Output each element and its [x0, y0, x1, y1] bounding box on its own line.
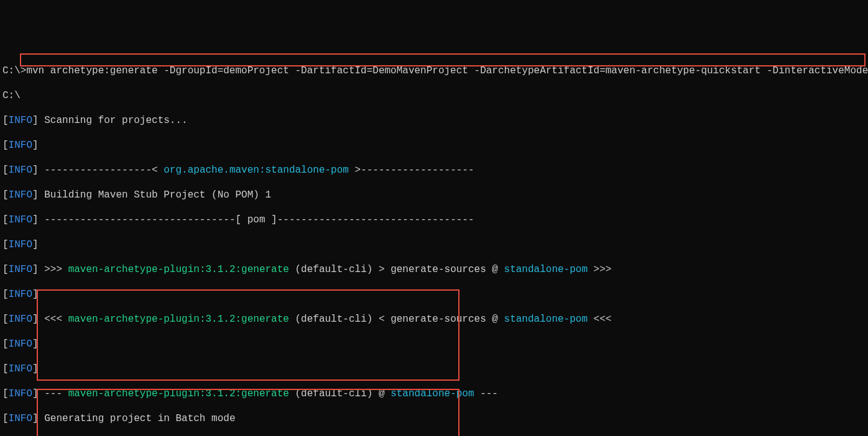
info-tag: INFO — [9, 239, 32, 250]
prompt: C:\> — [2, 65, 26, 76]
info-tag: INFO — [9, 165, 32, 176]
building-text: Building Maven Stub Project (No POM) 1 — [39, 189, 271, 201]
info-tag: INFO — [9, 214, 32, 225]
info-tag: INFO — [9, 413, 32, 424]
info-tag: INFO — [9, 115, 32, 126]
plugin-name: maven-archetype-plugin:3.1.2:generate — [68, 264, 289, 275]
standalone-pom: standalone-pom — [390, 388, 474, 399]
info-tag: INFO — [9, 388, 32, 399]
info-tag: INFO — [9, 338, 32, 350]
bracket: [ — [2, 115, 9, 126]
standalone-pom: standalone-pom — [504, 314, 588, 325]
info-tag: INFO — [9, 264, 32, 275]
info-tag: INFO — [9, 363, 32, 375]
pom-dashes: --------------------------------[ pom ]-… — [39, 214, 474, 225]
standalone-pom: standalone-pom — [504, 264, 588, 275]
terminal-output[interactable]: C:\>mvn archetype:generate -DgroupId=dem… — [2, 52, 866, 436]
standalone-pom-id: org.apache.maven:standalone-pom — [164, 165, 349, 176]
plugin-name: maven-archetype-plugin:3.1.2:generate — [68, 388, 289, 399]
mvn-command: mvn archetype:generate -DgroupId=demoPro… — [26, 65, 868, 76]
scanning-text: Scanning for projects... — [39, 115, 188, 126]
generating-text: Generating project in Batch mode — [39, 413, 236, 424]
plugin-name: maven-archetype-plugin:3.1.2:generate — [68, 314, 289, 325]
info-tag: INFO — [9, 289, 32, 300]
info-tag: INFO — [9, 314, 32, 325]
info-tag: INFO — [9, 189, 32, 201]
prompt-path: C:\ — [2, 90, 21, 101]
info-tag: INFO — [9, 140, 32, 151]
